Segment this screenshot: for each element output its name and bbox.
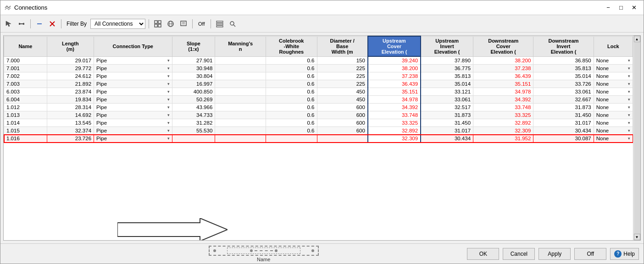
cell-name: 7.003 [4, 80, 47, 88]
off-dialog-button[interactable]: Off [574, 248, 606, 260]
cell-length: 28.314 [47, 104, 94, 111]
globe-button[interactable] [165, 18, 176, 29]
settings-button[interactable] [214, 18, 225, 29]
cell-conn_type: Pipe▾ [94, 135, 172, 143]
magnify-button[interactable] [227, 18, 238, 29]
col-mannings: Manning'sn [215, 36, 266, 56]
table-wrapper: Name Length(m) Connection Type Slope(1:x… [3, 35, 641, 241]
cell-downstream_invert: 31.450 [533, 111, 594, 119]
toolbar: Filter By All Connections Off [0, 15, 644, 33]
cell-length: 14.692 [47, 111, 94, 119]
cell-downstream_cover: 34.392 [473, 96, 533, 104]
off-button[interactable]: Off [196, 18, 207, 29]
cell-downstream_cover: 33.748 [473, 104, 533, 111]
cell-colebrook: 0.6 [266, 65, 317, 72]
table-row[interactable]: 7.00224.612Pipe▾30.8040.622537.23835.813… [4, 72, 633, 80]
cell-upstream_cover: 33.748 [368, 111, 421, 119]
cell-mannings [215, 96, 266, 104]
cell-slope: 31.282 [172, 119, 215, 127]
table-row[interactable]: 1.01413.545Pipe▾31.2820.660033.32531.450… [4, 119, 633, 127]
cell-downstream_invert: 33.726 [533, 80, 594, 88]
cell-name: 1.016 [4, 135, 47, 143]
table-row[interactable]: 7.00321.892Pipe▾16.9970.622536.43935.014… [4, 80, 633, 88]
ok-button[interactable]: OK [467, 248, 499, 260]
cell-diameter: 150 [317, 56, 368, 65]
cell-downstream_cover: 38.200 [473, 56, 533, 65]
cell-upstream_cover: 34.392 [368, 104, 421, 111]
svg-marker-0 [6, 21, 11, 27]
svg-rect-14 [181, 21, 186, 26]
cell-lock: None▾ [594, 96, 633, 104]
table-row[interactable]: 6.00323.874Pipe▾400.8500.645035.15133.12… [4, 88, 633, 96]
cell-lock: None▾ [594, 104, 633, 111]
cell-upstream_invert: 35.014 [421, 80, 473, 88]
filter-label: Filter By [67, 21, 87, 27]
separator-4 [192, 19, 193, 28]
cell-slope: 27.901 [172, 56, 215, 65]
svg-rect-10 [158, 24, 161, 27]
pipe-tool-button[interactable] [16, 18, 27, 29]
cell-upstream_cover: 32.309 [368, 135, 421, 143]
cell-lock: None▾ [594, 72, 633, 80]
table-row[interactable]: 1.01314.692Pipe▾34.7330.660033.74831.873… [4, 111, 633, 119]
separator-2 [61, 19, 61, 28]
table-scroll[interactable]: Name Length(m) Connection Type Slope(1:x… [4, 36, 633, 240]
cell-upstream_cover: 37.238 [368, 72, 421, 80]
table-row[interactable]: 1.01228.314Pipe▾43.9660.660034.39232.517… [4, 104, 633, 111]
export-button[interactable] [178, 18, 189, 29]
cell-mannings [215, 56, 266, 65]
col-diameter: Diameter /BaseWidth (m [317, 36, 368, 56]
close-button[interactable]: ✕ [628, 3, 640, 13]
annotation-arrow [117, 218, 228, 240]
scroll-down-button[interactable]: ▼ [634, 234, 640, 240]
table-row[interactable]: 1.01623.726Pipe▾32.30930.43431.95230.087… [4, 135, 633, 143]
select-tool-button[interactable] [3, 18, 14, 29]
cell-slope: 55.530 [172, 127, 215, 135]
table-row[interactable]: 1.01532.374Pipe▾55.5300.660032.89231.017… [4, 127, 633, 135]
svg-rect-7 [155, 21, 157, 23]
minimize-button[interactable]: − [602, 3, 614, 13]
vertical-scrollbar[interactable]: ▲ ▼ [633, 36, 640, 240]
apply-button[interactable]: Apply [539, 248, 571, 260]
svg-rect-18 [217, 23, 223, 25]
cell-name: 6.004 [4, 96, 47, 104]
col-lock: Lock [594, 36, 633, 56]
selection-indicator [209, 246, 319, 256]
cancel-button[interactable]: Cancel [503, 248, 535, 260]
cell-upstream_cover: 35.151 [368, 88, 421, 96]
help-button[interactable]: ? Help [610, 248, 639, 260]
svg-rect-3 [23, 23, 24, 25]
maximize-button[interactable]: □ [615, 3, 627, 13]
cell-slope: 16.997 [172, 80, 215, 88]
dot-left [213, 249, 216, 252]
help-label: Help [623, 251, 635, 257]
cell-length: 13.545 [47, 119, 94, 127]
table-row[interactable]: 7.00029.017Pipe▾27.9010.615039.24037.890… [4, 56, 633, 65]
cell-slope [172, 135, 215, 143]
scroll-up-button[interactable]: ▲ [634, 36, 640, 42]
cell-upstream_cover: 39.240 [368, 56, 421, 65]
cell-length: 29.017 [47, 56, 94, 65]
cell-lock: None▾ [594, 65, 633, 72]
cell-name: 7.000 [4, 56, 47, 65]
cell-slope: 30.804 [172, 72, 215, 80]
cell-name: 1.013 [4, 111, 47, 119]
cell-downstream_cover: 33.325 [473, 111, 533, 119]
grid-button[interactable] [152, 18, 163, 29]
cell-downstream_cover: 35.151 [473, 80, 533, 88]
table-row[interactable]: 6.00419.834Pipe▾50.2690.645034.97833.061… [4, 96, 633, 104]
cell-mannings [215, 72, 266, 80]
cell-colebrook: 0.6 [266, 56, 317, 65]
scroll-track[interactable] [634, 42, 640, 234]
cell-downstream_invert: 36.850 [533, 56, 594, 65]
col-length: Length(m) [47, 36, 94, 56]
svg-rect-9 [155, 24, 157, 27]
minus-button[interactable] [34, 18, 45, 29]
cell-downstream_cover: 36.439 [473, 72, 533, 80]
filter-select[interactable]: All Connections [90, 19, 145, 29]
svg-rect-17 [217, 21, 223, 22]
col-conn-type: Connection Type [94, 36, 172, 56]
delete-button[interactable] [47, 18, 58, 29]
cell-diameter [317, 135, 368, 143]
table-row[interactable]: 7.00129.772Pipe▾30.9480.622538.20036.775… [4, 65, 633, 72]
